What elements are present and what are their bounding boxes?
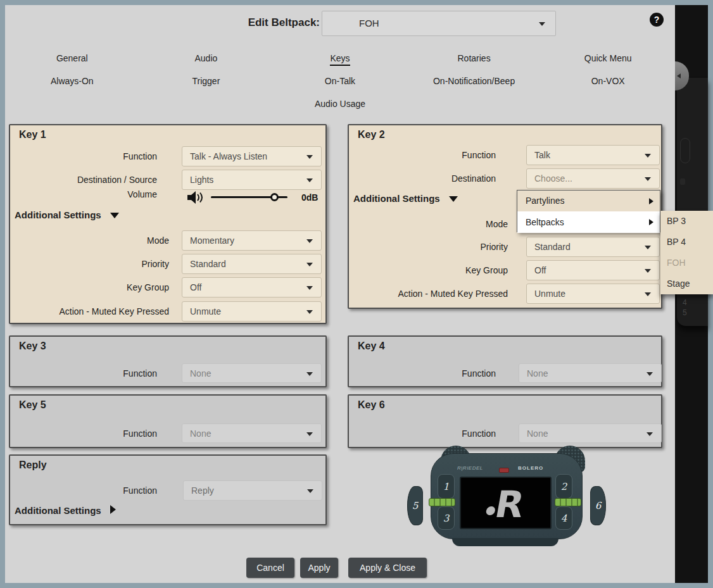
key6-function-dropdown[interactable]: None [519, 423, 662, 443]
screen: 4 5 Edit Beltpack: FOH ? General Audio K… [0, 0, 713, 588]
key2-priority-label: Priority [349, 237, 508, 257]
chevron-down-icon [645, 292, 651, 296]
apply-and-close-button[interactable]: Apply & Close [348, 558, 427, 578]
chevron-down-icon [647, 372, 653, 376]
key2-priority-value: Standard [527, 237, 659, 256]
beltpack-key-2: 2 [555, 474, 572, 499]
tab-audio[interactable]: Audio [139, 53, 274, 66]
key1-key-group-dropdown[interactable]: Off [182, 277, 322, 297]
tab-on-vox[interactable]: On-VOX [541, 76, 675, 87]
background-ghost-digit: 4 [683, 298, 687, 307]
reply-additional-settings-toggle[interactable]: Additional Settings [15, 505, 116, 516]
key2-priority-dropdown[interactable]: Standard [526, 237, 660, 257]
key1-key-group-value: Off [182, 278, 321, 297]
background-ghost-button [680, 138, 690, 163]
tab-general[interactable]: General [5, 53, 139, 66]
key1-volume-slider-handle[interactable] [270, 193, 279, 201]
menu-item-beltpacks[interactable]: Beltpacks [517, 211, 660, 233]
tab-on-notification-beep[interactable]: On-Notification/Beep [407, 76, 541, 87]
chevron-down-icon [306, 310, 313, 314]
tab-always-on[interactable]: Always-On [5, 76, 139, 87]
key5-title: Key 5 [19, 399, 46, 411]
chevron-down-icon [647, 432, 653, 436]
chevron-down-icon [645, 154, 651, 158]
key5-function-dropdown[interactable]: None [182, 423, 322, 443]
key4-title: Key 4 [358, 341, 385, 352]
key2-function-dropdown[interactable]: Talk [526, 145, 660, 165]
beltpack-green-bar-left [429, 498, 455, 506]
submenu-item-stage[interactable]: Stage [660, 273, 713, 294]
key1-mode-value: Momentary [182, 231, 321, 250]
key6-title: Key 6 [358, 399, 385, 411]
key3-function-label: Function [10, 363, 157, 384]
key5-function-value: None [182, 424, 321, 443]
key2-destination-dropdown[interactable]: Choose... [526, 168, 660, 189]
key4-function-value: None [519, 364, 661, 383]
tab-audio-usage[interactable]: Audio Usage [5, 99, 675, 110]
menu-item-partylines[interactable]: Partylines [517, 191, 660, 211]
key2-action-dropdown[interactable]: Unmute [526, 284, 660, 304]
key2-key-group-label: Key Group [349, 260, 508, 280]
beltpack-selector-value: FOH [359, 18, 379, 28]
key2-mode-label: Mode [349, 214, 508, 234]
submenu-arrow-icon [649, 219, 653, 225]
key1-mode-dropdown[interactable]: Momentary [182, 230, 322, 251]
reply-function-dropdown[interactable]: Reply [183, 480, 322, 501]
key1-volume-label: Volume [10, 184, 157, 204]
key1-destination-dropdown[interactable]: Lights [182, 170, 322, 190]
key6-function-value: None [519, 424, 661, 443]
reply-panel: Reply Function Reply Additional Settings [9, 454, 327, 525]
reply-function-value: Reply [184, 481, 322, 500]
submenu-arrow-icon [649, 198, 653, 204]
submenu-item-bp4[interactable]: BP 4 [660, 232, 713, 253]
key2-function-value: Talk [527, 146, 659, 165]
key4-function-dropdown[interactable]: None [519, 363, 662, 383]
key1-priority-dropdown[interactable]: Standard [182, 254, 322, 274]
key3-function-dropdown[interactable]: None [182, 363, 322, 383]
chevron-down-icon [645, 177, 651, 181]
chevron-down-icon [306, 432, 313, 436]
tab-quick-menu[interactable]: Quick Menu [541, 53, 675, 66]
key1-function-label: Function [10, 146, 157, 166]
tab-trigger[interactable]: Trigger [139, 76, 274, 87]
key1-additional-settings-toggle[interactable]: Additional Settings [15, 210, 119, 220]
apply-button[interactable]: Apply [300, 558, 338, 578]
help-button[interactable]: ? [650, 13, 664, 27]
key2-title: Key 2 [358, 129, 385, 141]
key3-function-value: None [182, 364, 321, 383]
beltpack-key-4: 4 [555, 506, 572, 530]
key2-additional-settings-toggle[interactable]: Additional Settings [353, 193, 458, 204]
background-ghost-digit: 5 [683, 308, 687, 317]
cancel-button[interactable]: Cancel [246, 558, 294, 578]
beltpack-brand-text: R|RIEDEL [457, 465, 483, 471]
drawer-arrow-icon [677, 73, 681, 78]
chevron-down-icon [306, 372, 313, 376]
key6-function-label: Function [349, 423, 496, 444]
key2-destination-label: Destination [349, 168, 496, 189]
key1-mode-label: Mode [10, 230, 169, 251]
key2-key-group-dropdown[interactable]: Off [526, 260, 660, 280]
beltpack-key-5: 5 [407, 486, 423, 525]
key4-function-label: Function [349, 363, 496, 384]
key1-action-dropdown[interactable]: Unmute [182, 301, 322, 322]
key5-panel: Key 5 Function None [9, 394, 327, 448]
key2-action-value: Unmute [527, 284, 659, 303]
chevron-down-icon [307, 489, 313, 493]
tab-keys[interactable]: Keys [273, 53, 407, 66]
key2-key-group-value: Off [527, 261, 659, 280]
beltpack-selector-dropdown[interactable]: FOH [322, 11, 556, 36]
chevron-down-icon [306, 178, 313, 182]
submenu-item-bp3[interactable]: BP 3 [660, 211, 713, 232]
nav-row-tertiary: Audio Usage [5, 99, 675, 110]
triangle-down-icon [110, 213, 119, 218]
key1-function-dropdown[interactable]: Talk - Always Listen [182, 146, 322, 166]
tab-rotaries[interactable]: Rotaries [407, 53, 541, 66]
key1-volume-value: 0dB [301, 192, 318, 203]
nav-row-secondary: Always-On Trigger On-Talk On-Notificatio… [5, 76, 675, 87]
tab-on-talk[interactable]: On-Talk [273, 76, 407, 87]
key2-destination-value: Choose... [527, 169, 659, 188]
chevron-down-icon [645, 246, 651, 249]
beltpack-screen: R [460, 477, 552, 529]
chevron-down-icon [306, 239, 313, 243]
key1-panel: Key 1 Function Talk - Always Listen Dest… [9, 124, 327, 324]
